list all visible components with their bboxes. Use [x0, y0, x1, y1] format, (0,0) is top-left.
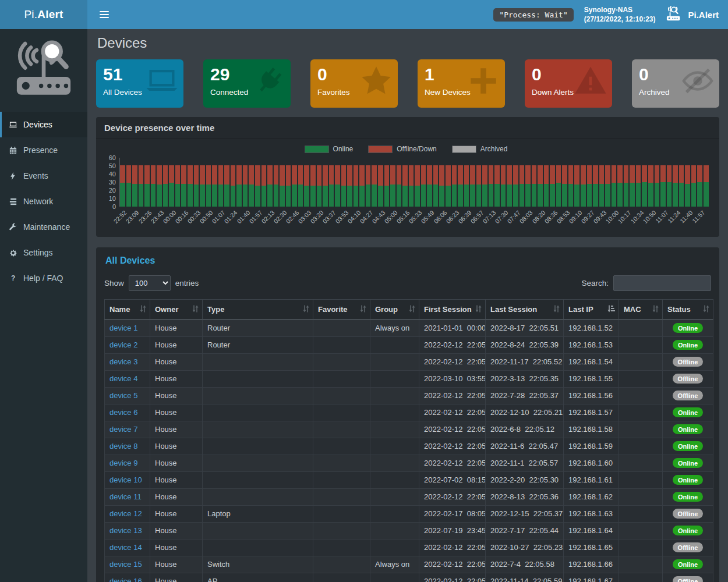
- column-header-group[interactable]: Group: [370, 300, 419, 320]
- device-link[interactable]: device 8: [109, 442, 137, 450]
- presence-bar[interactable]: [427, 165, 432, 207]
- presence-bar[interactable]: [476, 165, 482, 207]
- presence-bar[interactable]: [507, 165, 512, 207]
- presence-bar[interactable]: [139, 165, 144, 207]
- presence-bar[interactable]: [667, 165, 672, 207]
- app-logo[interactable]: Pi.Alert: [0, 0, 87, 29]
- presence-bar[interactable]: [286, 165, 291, 207]
- sidebar-item-settings[interactable]: Settings: [0, 240, 87, 265]
- presence-bar[interactable]: [157, 165, 162, 207]
- device-link[interactable]: device 9: [109, 459, 137, 467]
- presence-bar[interactable]: [188, 165, 193, 207]
- presence-bar[interactable]: [243, 165, 248, 207]
- presence-bar[interactable]: [151, 165, 156, 207]
- presence-bar[interactable]: [655, 165, 660, 207]
- sidebar-item-network[interactable]: Network: [0, 189, 87, 214]
- card-archived[interactable]: 0 Archived: [632, 59, 719, 108]
- presence-bar[interactable]: [642, 165, 647, 207]
- presence-bar[interactable]: [513, 165, 518, 207]
- presence-bar[interactable]: [433, 165, 439, 207]
- presence-bar[interactable]: [341, 165, 347, 207]
- device-link[interactable]: device 7: [109, 425, 137, 434]
- column-header-status[interactable]: Status: [663, 300, 713, 320]
- presence-bar[interactable]: [354, 165, 359, 207]
- presence-bar[interactable]: [679, 165, 684, 207]
- presence-bar[interactable]: [593, 165, 598, 207]
- presence-bar[interactable]: [624, 165, 629, 207]
- presence-bar[interactable]: [581, 165, 586, 207]
- column-header-name[interactable]: Name: [105, 300, 150, 320]
- presence-bar[interactable]: [347, 165, 352, 207]
- presence-bar[interactable]: [280, 165, 285, 207]
- presence-bar[interactable]: [648, 165, 653, 207]
- presence-bar[interactable]: [132, 165, 137, 207]
- presence-bar[interactable]: [120, 165, 125, 207]
- presence-bar[interactable]: [562, 165, 567, 207]
- legend-item-online[interactable]: Online: [305, 145, 354, 153]
- presence-bar[interactable]: [267, 165, 273, 207]
- sidebar-toggle-icon[interactable]: [94, 0, 114, 29]
- presence-bar[interactable]: [525, 165, 531, 207]
- presence-bar[interactable]: [261, 165, 267, 207]
- presence-bar[interactable]: [612, 165, 617, 207]
- sidebar-item-devices[interactable]: Devices: [0, 112, 87, 137]
- presence-bar[interactable]: [446, 165, 451, 207]
- presence-bar[interactable]: [568, 165, 574, 207]
- presence-bar[interactable]: [421, 165, 426, 207]
- device-link[interactable]: device 15: [109, 560, 142, 569]
- presence-bar[interactable]: [520, 165, 525, 207]
- presence-bar[interactable]: [494, 165, 500, 207]
- presence-bar[interactable]: [660, 165, 666, 207]
- presence-bar[interactable]: [255, 165, 260, 207]
- presence-bar[interactable]: [335, 165, 340, 207]
- device-link[interactable]: device 3: [109, 357, 137, 366]
- presence-bar[interactable]: [218, 165, 224, 207]
- presence-bar[interactable]: [323, 165, 328, 207]
- column-header-type[interactable]: Type: [203, 300, 313, 320]
- presence-bar[interactable]: [691, 165, 697, 207]
- presence-bar[interactable]: [630, 165, 635, 207]
- presence-bar[interactable]: [685, 165, 690, 207]
- presence-bar[interactable]: [249, 165, 254, 207]
- presence-bar[interactable]: [206, 165, 211, 207]
- presence-bar[interactable]: [636, 165, 641, 207]
- presence-bar[interactable]: [359, 165, 365, 207]
- presence-bar[interactable]: [366, 165, 371, 207]
- presence-bar[interactable]: [224, 165, 229, 207]
- presence-bar[interactable]: [194, 165, 199, 207]
- presence-bar[interactable]: [236, 165, 242, 207]
- presence-bar[interactable]: [292, 165, 297, 207]
- presence-bar[interactable]: [556, 165, 561, 207]
- presence-bar[interactable]: [587, 165, 592, 207]
- column-header-owner[interactable]: Owner: [150, 300, 203, 320]
- sidebar-item-events[interactable]: Events: [0, 163, 87, 189]
- presence-bar[interactable]: [673, 165, 678, 207]
- legend-item-offline-down[interactable]: Offline/Down: [368, 145, 436, 153]
- device-link[interactable]: device 11: [109, 492, 142, 501]
- presence-bar[interactable]: [378, 165, 383, 207]
- device-link[interactable]: device 13: [109, 526, 142, 535]
- sidebar-item-help-faq[interactable]: ?Help / FAQ: [0, 265, 87, 291]
- presence-bar[interactable]: [397, 165, 402, 207]
- presence-bar[interactable]: [384, 165, 390, 207]
- app-link[interactable]: Pi.Alert: [666, 6, 721, 24]
- presence-bar[interactable]: [550, 165, 555, 207]
- device-link[interactable]: device 14: [109, 543, 142, 552]
- device-link[interactable]: device 6: [109, 408, 137, 417]
- device-link[interactable]: device 4: [109, 374, 137, 383]
- column-header-last-ip[interactable]: Last IP: [564, 300, 619, 320]
- device-link[interactable]: device 5: [109, 391, 137, 400]
- presence-bar[interactable]: [439, 165, 444, 207]
- presence-bar[interactable]: [544, 165, 549, 207]
- presence-bar[interactable]: [169, 165, 174, 207]
- presence-bar[interactable]: [372, 165, 377, 207]
- legend-item-archived[interactable]: Archived: [452, 145, 508, 153]
- presence-bar[interactable]: [298, 165, 303, 207]
- presence-bar[interactable]: [126, 165, 132, 207]
- presence-bar[interactable]: [599, 165, 605, 207]
- presence-bar[interactable]: [144, 165, 150, 207]
- device-link[interactable]: device 12: [109, 509, 142, 518]
- presence-bar[interactable]: [175, 165, 181, 207]
- device-link[interactable]: device 10: [109, 475, 142, 484]
- presence-bar[interactable]: [532, 165, 537, 207]
